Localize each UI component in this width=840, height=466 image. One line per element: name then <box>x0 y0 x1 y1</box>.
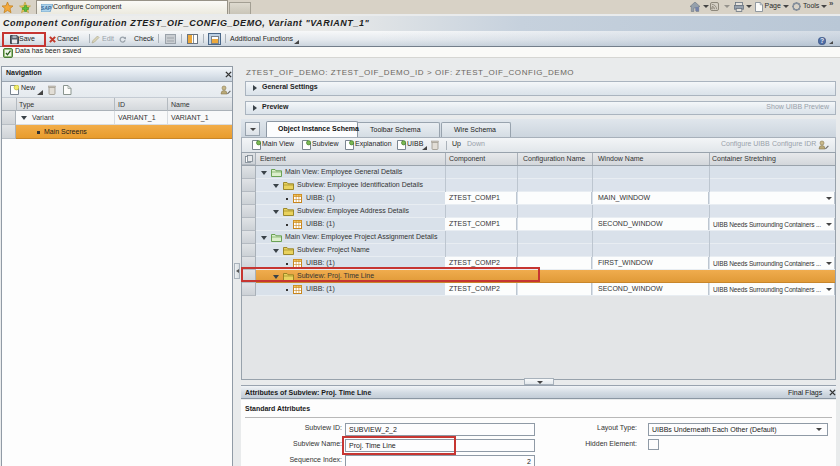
svg-text:SAP: SAP <box>41 5 52 11</box>
svg-text:?: ? <box>820 37 824 44</box>
